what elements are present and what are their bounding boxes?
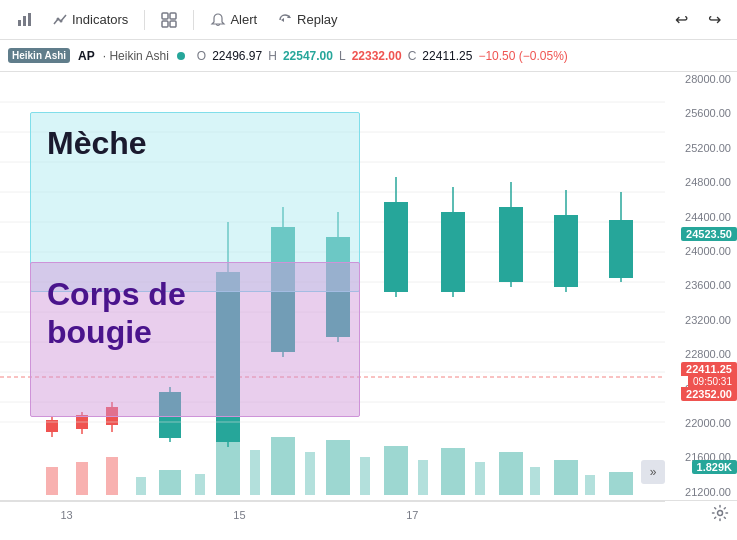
h-value: 22547.00: [283, 49, 333, 63]
red-price2: 22352.00: [681, 387, 737, 401]
chart-type-button[interactable]: [8, 8, 40, 32]
alert-button[interactable]: Alert: [202, 8, 265, 32]
svg-rect-54: [384, 446, 408, 495]
svg-rect-49: [106, 457, 118, 495]
l-value: 22332.00: [352, 49, 402, 63]
h-label: H: [268, 49, 277, 63]
price-tag-teal: 24523.50: [681, 227, 737, 241]
svg-rect-46: [609, 220, 633, 278]
svg-point-3: [57, 17, 60, 20]
chart-area: Mèche Corps debougie 28000.00 25600.00 2…: [0, 72, 737, 500]
c-label: C: [408, 49, 417, 63]
teal-price-box: 24523.50: [681, 227, 737, 241]
indicators-icon: [52, 12, 68, 28]
alert-label: Alert: [230, 12, 257, 27]
svg-rect-6: [170, 13, 176, 19]
y-label-0: 28000.00: [665, 74, 737, 85]
svg-rect-40: [441, 212, 465, 292]
price-tag-gray: 1.829K: [692, 460, 737, 474]
svg-rect-67: [585, 475, 595, 495]
svg-rect-62: [305, 452, 315, 495]
svg-rect-64: [418, 460, 428, 495]
svg-rect-50: [159, 470, 181, 495]
svg-rect-59: [136, 477, 146, 495]
undo-icon: ↩: [675, 10, 688, 29]
annotation-corps: Corps debougie: [30, 262, 360, 417]
svg-rect-1: [23, 16, 26, 26]
y-label-4: 24400.00: [665, 212, 737, 223]
svg-rect-66: [530, 467, 540, 495]
svg-rect-56: [499, 452, 523, 495]
toolbar: Indicators Alert: [0, 0, 737, 40]
expand-button[interactable]: »: [641, 460, 665, 484]
y-label-8: 22800.00: [665, 349, 737, 360]
y-label-1: 25600.00: [665, 108, 737, 119]
svg-rect-60: [195, 474, 205, 495]
x-axis: 13 15 17: [0, 501, 665, 529]
y-label-12: 21200.00: [665, 487, 737, 498]
layout-button[interactable]: [153, 8, 185, 32]
divider2: [193, 10, 194, 30]
price-tag-red: 22411.25 09:50:31 22352.00: [681, 362, 737, 401]
replay-button[interactable]: Replay: [269, 8, 345, 32]
indicators-label: Indicators: [72, 12, 128, 27]
svg-rect-52: [271, 437, 295, 495]
o-value: 22496.97: [212, 49, 262, 63]
gray-price-box: 1.829K: [692, 460, 737, 474]
symbol-ap: AP: [78, 49, 95, 63]
svg-marker-10: [281, 18, 284, 22]
svg-rect-51: [216, 432, 240, 495]
redo-icon: ↪: [708, 10, 721, 29]
symbol-type: · Heikin Ashi: [103, 49, 169, 63]
meche-label: Mèche: [47, 125, 147, 162]
svg-rect-48: [76, 462, 88, 495]
y-label-2: 25200.00: [665, 143, 737, 154]
ohlc-data: O 22496.97 H 22547.00 L 22332.00 C 22411…: [197, 49, 568, 63]
redo-button[interactable]: ↪: [700, 6, 729, 33]
divider1: [144, 10, 145, 30]
replay-label: Replay: [297, 12, 337, 27]
svg-rect-38: [384, 202, 408, 292]
y-axis: 28000.00 25600.00 25200.00 24800.00 2440…: [665, 72, 737, 500]
x-label-13: 13: [60, 509, 72, 521]
svg-rect-57: [554, 460, 578, 495]
o-label: O: [197, 49, 206, 63]
svg-rect-63: [360, 457, 370, 495]
svg-rect-44: [554, 215, 578, 287]
chart-icon: [16, 12, 32, 28]
c-value: 22411.25: [422, 49, 472, 63]
indicators-button[interactable]: Indicators: [44, 8, 136, 32]
layout-icon: [161, 12, 177, 28]
svg-point-69: [718, 511, 723, 516]
svg-rect-0: [18, 20, 21, 26]
x-label-15: 15: [233, 509, 245, 521]
y-label-6: 23600.00: [665, 280, 737, 291]
svg-rect-53: [326, 440, 350, 495]
active-dot: [177, 52, 185, 60]
svg-rect-5: [162, 13, 168, 19]
heikin-ashi-badge: Heikin Ashi: [8, 48, 70, 63]
undo-button[interactable]: ↩: [667, 6, 696, 33]
svg-rect-55: [441, 448, 465, 495]
svg-rect-61: [250, 450, 260, 495]
change-value: −10.50 (−0.05%): [478, 49, 567, 63]
svg-rect-47: [46, 467, 58, 495]
x-label-17: 17: [406, 509, 418, 521]
corps-label: Corps debougie: [47, 275, 186, 352]
red-time: 09:50:31: [688, 376, 737, 387]
symbol-bar: Heikin Ashi AP · Heikin Ashi O 22496.97 …: [0, 40, 737, 72]
l-label: L: [339, 49, 346, 63]
svg-rect-2: [28, 13, 31, 26]
red-price: 22411.25: [681, 362, 737, 376]
svg-point-4: [60, 19, 63, 22]
svg-rect-8: [170, 21, 176, 27]
svg-rect-7: [162, 21, 168, 27]
svg-rect-65: [475, 462, 485, 495]
y-label-10: 22000.00: [665, 418, 737, 429]
bottom-bar: 13 15 17: [0, 500, 737, 528]
alert-icon: [210, 12, 226, 28]
svg-rect-58: [609, 472, 633, 495]
y-label-5: 24000.00: [665, 246, 737, 257]
undo-redo-group: ↩ ↪: [667, 6, 729, 33]
settings-gear-button[interactable]: [709, 502, 731, 524]
